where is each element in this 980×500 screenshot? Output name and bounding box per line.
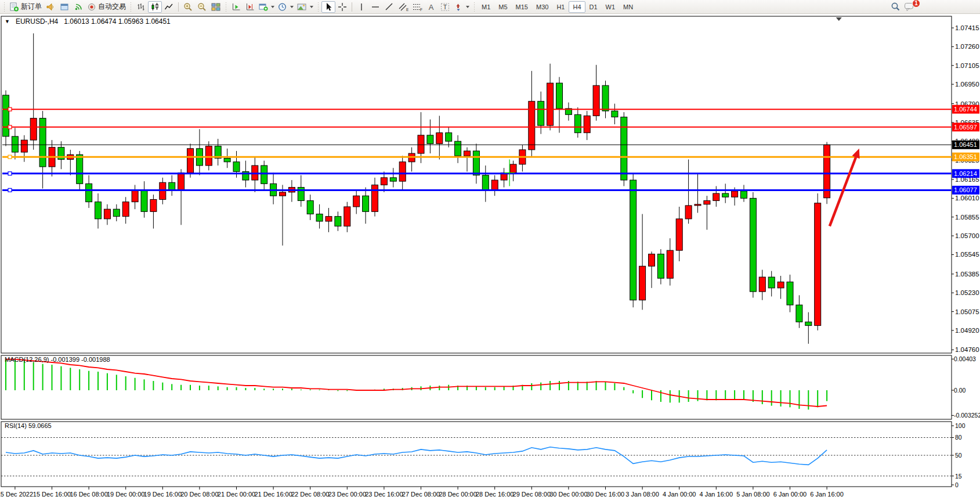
svg-text:1.07415: 1.07415 — [955, 24, 979, 31]
new-order-button[interactable]: 新订单 — [8, 1, 44, 13]
timeframe-h1-button[interactable]: H1 — [552, 1, 569, 13]
text-tool-button[interactable]: A — [424, 1, 438, 13]
cursor-tool-button[interactable] — [321, 1, 335, 13]
timeframe-mn-button[interactable]: MN — [619, 1, 637, 13]
svg-text:1.07105: 1.07105 — [955, 62, 979, 69]
text-label-tool-button[interactable]: T — [438, 1, 452, 13]
new-chart-dropdown[interactable] — [271, 6, 274, 8]
new-chart-icon — [259, 2, 268, 12]
svg-text:1.06597: 1.06597 — [954, 124, 977, 131]
toolbar-grip — [129, 2, 132, 12]
vertical-line-icon — [357, 2, 366, 12]
toolbar: 新订单 自动交易 — [0, 0, 980, 14]
macd-axis[interactable]: 0.004030.00-0.003252 — [952, 355, 980, 419]
toolbar-grip — [473, 2, 476, 12]
candlestick-chart-button[interactable] — [148, 1, 162, 13]
chart-canvas[interactable]: 1.074151.072601.071051.069501.067901.066… — [0, 0, 980, 500]
svg-text:A: A — [429, 2, 434, 11]
rsi-axis[interactable]: 1008050150 — [952, 422, 965, 488]
svg-text:1.05230: 1.05230 — [955, 289, 979, 296]
new-chart-button[interactable] — [257, 1, 276, 13]
time-axis[interactable]: 15 Dec 202215 Dec 16:0016 Dec 08:0019 De… — [0, 487, 844, 498]
arrows-dropdown[interactable] — [466, 6, 469, 8]
tile-windows-icon — [211, 2, 220, 12]
template-icon — [297, 2, 307, 12]
svg-text:28 Dec 16:00: 28 Dec 16:00 — [476, 491, 513, 498]
svg-text:23 Dec 16:00: 23 Dec 16:00 — [365, 491, 403, 498]
signal-icon — [74, 2, 83, 12]
svg-text:0.00: 0.00 — [954, 387, 966, 394]
chart-shift-button[interactable] — [243, 1, 257, 13]
periods-button[interactable] — [276, 1, 295, 13]
svg-text:3 Jan 08:00: 3 Jan 08:00 — [625, 491, 659, 498]
svg-text:15 Dec 16:00: 15 Dec 16:00 — [33, 491, 71, 498]
fibonacci-tool-button[interactable]: F — [410, 1, 424, 13]
svg-text:19 Dec 16:00: 19 Dec 16:00 — [144, 491, 182, 498]
panel-frames — [1, 16, 952, 487]
svg-text:20 Dec 08:00: 20 Dec 08:00 — [180, 491, 218, 498]
svg-text:5 Jan 08:00: 5 Jan 08:00 — [736, 491, 770, 498]
zoom-in-button[interactable] — [181, 1, 195, 13]
new-order-label: 新订单 — [21, 2, 42, 12]
line-chart-icon — [164, 2, 173, 12]
trendline-icon — [385, 2, 394, 12]
templates-button[interactable] — [295, 1, 315, 13]
svg-text:1.06950: 1.06950 — [955, 81, 979, 88]
timeframe-m30-button[interactable]: M30 — [532, 1, 552, 13]
svg-text:15: 15 — [955, 473, 962, 480]
vertical-line-tool-button[interactable] — [355, 1, 368, 13]
market-watch-icon — [60, 2, 69, 12]
auto-scroll-icon — [232, 2, 241, 12]
svg-text:1.06744: 1.06744 — [954, 106, 977, 113]
auto-scroll-button[interactable] — [229, 1, 243, 13]
text-icon: A — [427, 2, 435, 12]
svg-text:1.05545: 1.05545 — [955, 251, 979, 258]
periods-dropdown[interactable] — [290, 6, 294, 8]
tile-windows-button[interactable] — [209, 1, 223, 13]
bar-chart-button[interactable] — [134, 1, 148, 13]
timeframe-w1-button[interactable]: W1 — [602, 1, 620, 13]
svg-text:1.06451: 1.06451 — [954, 141, 977, 148]
svg-text:1.06077: 1.06077 — [954, 186, 977, 193]
equidistant-channel-icon: E — [399, 2, 408, 12]
candlestick-chart-icon — [150, 2, 160, 12]
clock-icon — [278, 2, 287, 12]
sound-button[interactable] — [44, 1, 57, 13]
zoom-out-button[interactable] — [195, 1, 209, 13]
timeframe-m15-button[interactable]: M15 — [512, 1, 532, 13]
svg-text:30 Dec 16:00: 30 Dec 16:00 — [587, 491, 624, 498]
svg-text:16 Dec 08:00: 16 Dec 08:00 — [70, 491, 107, 498]
horizontal-line-tool-button[interactable] — [368, 1, 382, 13]
chat-button[interactable]: 1 — [902, 1, 916, 13]
market-watch-button[interactable] — [57, 1, 71, 13]
svg-text:27 Dec 08:00: 27 Dec 08:00 — [402, 491, 440, 498]
search-button[interactable] — [888, 1, 902, 13]
crosshair-tool-button[interactable] — [335, 1, 349, 13]
svg-text:6 Jan 00:00: 6 Jan 00:00 — [773, 491, 807, 498]
signals-button[interactable] — [71, 1, 85, 13]
svg-text:E: E — [406, 8, 408, 12]
arrows-tool-button[interactable] — [452, 1, 471, 13]
timeframe-h4-button[interactable]: H4 — [569, 1, 585, 13]
svg-text:1.05385: 1.05385 — [955, 271, 979, 278]
svg-text:19 Dec 00:00: 19 Dec 00:00 — [107, 491, 144, 498]
svg-text:1.05700: 1.05700 — [955, 232, 979, 239]
timeframe-m5-button[interactable]: M5 — [494, 1, 511, 13]
svg-text:F: F — [420, 8, 422, 12]
svg-text:22 Dec 08:00: 22 Dec 08:00 — [291, 491, 329, 498]
autotrade-label: 自动交易 — [98, 2, 126, 12]
chart-menu-toggle-icon[interactable]: ▼ — [5, 19, 10, 24]
notification-badge[interactable]: 1 — [912, 0, 920, 8]
timeframe-d1-button[interactable]: D1 — [585, 1, 602, 13]
fibonacci-icon: F — [413, 2, 422, 12]
autotrade-button[interactable]: 自动交易 — [85, 1, 128, 13]
trendline-tool-button[interactable] — [382, 1, 396, 13]
templates-dropdown[interactable] — [310, 6, 313, 8]
timeframe-m1-button[interactable]: M1 — [478, 1, 494, 13]
channel-tool-button[interactable]: E — [396, 1, 410, 13]
line-chart-button[interactable] — [162, 1, 176, 13]
horizontal-line-icon — [371, 2, 380, 12]
arrows-icon — [454, 2, 463, 12]
toolbar-separator — [352, 2, 352, 12]
new-order-icon — [9, 2, 19, 12]
